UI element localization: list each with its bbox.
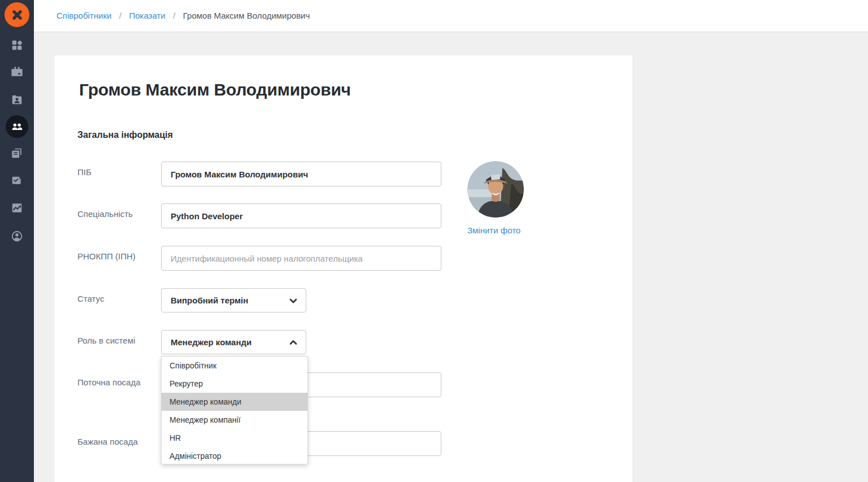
tasks-icon bbox=[11, 175, 23, 187]
sidebar-item-contacts[interactable] bbox=[6, 88, 28, 111]
sidebar-item-calendar[interactable] bbox=[6, 60, 28, 83]
role-select[interactable]: Менеджер команди bbox=[161, 330, 306, 354]
tax-id-label: РНОКПП (ІПН) bbox=[77, 251, 136, 261]
desired-position-label: Бажана посада bbox=[77, 437, 138, 446]
section-heading-general-info: Загальна інформація bbox=[77, 130, 173, 140]
status-select[interactable]: Випробний термін bbox=[161, 288, 306, 312]
employee-photo-illustration bbox=[467, 161, 524, 218]
breadcrumb: Співробітники / Показати / Громов Максим… bbox=[57, 11, 310, 21]
specialty-input[interactable] bbox=[161, 203, 441, 228]
sidebar-item-dashboard[interactable] bbox=[6, 34, 28, 57]
contact-folder-icon bbox=[11, 93, 23, 106]
tax-id-input[interactable] bbox=[161, 246, 441, 271]
change-photo-link[interactable]: Змінити фото bbox=[467, 225, 520, 235]
breadcrumb-link-employees[interactable]: Співробітники bbox=[57, 11, 111, 20]
breadcrumb-separator: / bbox=[173, 11, 175, 20]
sidebar-item-employees[interactable] bbox=[6, 115, 28, 138]
content-area: Громов Максим Володимирович Загальна інф… bbox=[34, 32, 868, 482]
analytics-icon bbox=[11, 202, 23, 214]
current-position-label: Поточна посада bbox=[77, 377, 141, 387]
news-icon bbox=[11, 147, 23, 159]
sidebar-item-profile[interactable] bbox=[6, 225, 28, 247]
status-select-value: Випробний термін bbox=[171, 296, 248, 305]
role-option-employee[interactable]: Співробітник bbox=[162, 357, 307, 375]
pib-label: ПІБ bbox=[77, 167, 92, 177]
specialty-label: Спеціальність bbox=[77, 209, 133, 219]
status-label: Статус bbox=[77, 294, 104, 303]
role-option-recruiter[interactable]: Рекрутер bbox=[162, 375, 307, 393]
role-label: Роль в системі bbox=[77, 336, 135, 345]
logo-x-icon bbox=[10, 7, 25, 23]
sidebar-item-tasks[interactable] bbox=[6, 170, 28, 192]
breadcrumb-current: Громов Максим Володимирович bbox=[183, 11, 310, 20]
dashboard-icon bbox=[11, 39, 23, 51]
sidebar bbox=[0, 0, 34, 482]
chevron-up-icon bbox=[289, 338, 298, 347]
page-title: Громов Максим Володимирович bbox=[79, 80, 351, 99]
profile-icon bbox=[11, 230, 23, 242]
sidebar-item-news[interactable] bbox=[6, 142, 28, 164]
role-select-value: Менеджер команди bbox=[171, 337, 251, 347]
role-option-hr[interactable]: HR bbox=[162, 429, 307, 447]
role-option-team-manager[interactable]: Менеджер команди bbox=[162, 393, 307, 411]
breadcrumb-link-show[interactable]: Показати bbox=[129, 11, 165, 20]
app-logo[interactable] bbox=[5, 2, 29, 27]
employees-icon bbox=[11, 120, 23, 133]
employee-photo bbox=[467, 161, 524, 218]
role-dropdown-list: Співробітник Рекрутер Менеджер команди М… bbox=[161, 356, 308, 464]
employee-card: Громов Максим Володимирович Загальна інф… bbox=[55, 55, 632, 482]
role-option-admin[interactable]: Адміністратор bbox=[162, 447, 307, 465]
role-option-company-manager[interactable]: Менеджер компанії bbox=[162, 411, 307, 429]
pib-input[interactable] bbox=[161, 162, 441, 186]
chevron-down-icon bbox=[289, 296, 298, 305]
sidebar-item-analytics[interactable] bbox=[6, 197, 28, 219]
topbar: Співробітники / Показати / Громов Максим… bbox=[34, 0, 868, 32]
breadcrumb-separator: / bbox=[119, 11, 121, 20]
calendar-icon bbox=[11, 66, 23, 78]
